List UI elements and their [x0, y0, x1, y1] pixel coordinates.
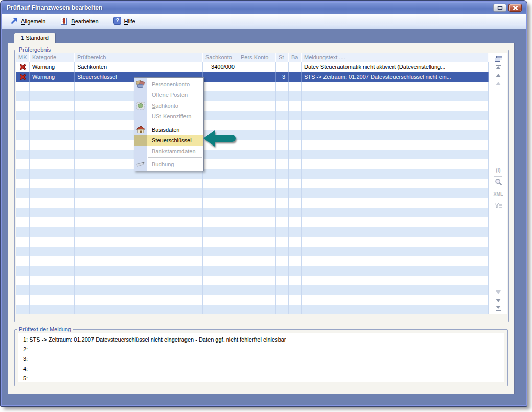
column-header-pruefbereich[interactable]: Prüfbereich: [75, 53, 203, 62]
menu-item-label: Bankstammdaten: [147, 148, 196, 154]
cell-sachkonto: [203, 101, 238, 111]
column-header-st[interactable]: St: [276, 53, 289, 62]
empty-row: [16, 179, 489, 188]
cell-st: [276, 237, 289, 247]
menu-item-label: Steuerschlüssel: [147, 137, 192, 143]
column-header-mk[interactable]: MK: [16, 53, 30, 62]
cell-pruefbereich: [75, 217, 203, 227]
cell-mk: [16, 159, 30, 169]
cell-sachkonto: [203, 217, 238, 227]
cell-kategorie: [30, 82, 75, 91]
cell-st: [276, 140, 289, 150]
cell-kategorie: [30, 247, 75, 256]
scroll-up-line-button: [492, 80, 504, 88]
cell-pruefbereich: [75, 198, 203, 208]
search-icon: [495, 178, 502, 186]
cell-ba: [289, 120, 302, 130]
column-chooser-button[interactable]: [492, 54, 504, 63]
count-icon: (I): [496, 167, 500, 173]
scroll-to-top-button[interactable]: [492, 63, 504, 71]
cell-st: [276, 159, 289, 169]
result-row[interactable]: WarnungSteuerschlüssel3STS -> Zeitraum: …: [16, 72, 489, 82]
scroll-up-line-icon: [495, 81, 502, 86]
toolbar-button-allgemein[interactable]: Allgemein: [7, 16, 50, 27]
cell-kategorie: [30, 237, 75, 247]
cell-kategorie: [30, 295, 75, 305]
cell-kategorie: [30, 111, 75, 120]
cell-kategorie: [30, 256, 75, 266]
cell-st: [276, 247, 289, 256]
result-row[interactable]: WarnungSachkonten3400/000Datev Steueraut…: [16, 62, 489, 72]
menu-item-icon-slot: [134, 89, 147, 100]
column-header-kategorie[interactable]: Kategorie: [30, 53, 75, 62]
empty-row: [16, 285, 489, 295]
empty-row: [16, 227, 489, 237]
cell-st: [276, 111, 289, 120]
tab-page: Prüfergebnis MKKategoriePrüfbereichSachk…: [8, 43, 515, 394]
cell-kategorie: [30, 150, 75, 159]
xml-button: XML: [492, 190, 504, 198]
empty-row: [16, 208, 489, 217]
column-header-ba[interactable]: Ba: [289, 53, 302, 62]
cell-perskonto: [238, 217, 276, 227]
cell-pruefbereich: [75, 247, 203, 256]
cell-mk: [16, 217, 30, 227]
cell-mk: [16, 266, 30, 276]
pruefergebnis-group: Prüfergebnis MKKategoriePrüfbereichSachk…: [14, 46, 509, 322]
cell-meldungstext: [302, 208, 489, 217]
cell-st: [276, 120, 289, 130]
cell-perskonto: [238, 188, 276, 198]
menu-item-basisdaten[interactable]: Basisdaten: [134, 124, 203, 135]
close-button[interactable]: [508, 4, 522, 12]
scroll-up-icon: [495, 73, 502, 78]
cell-sachkonto: [203, 159, 238, 169]
scroll-to-bottom-button[interactable]: [492, 304, 504, 312]
column-chooser-icon: [494, 55, 503, 62]
cell-meldungstext: [302, 130, 489, 140]
empty-row: [16, 150, 489, 159]
personenkonto-icon: [134, 79, 147, 89]
cell-ba: [289, 130, 302, 140]
cell-sachkonto: [203, 198, 238, 208]
filter-button: [492, 202, 504, 210]
column-header-sachkonto[interactable]: Sachkonto: [203, 53, 238, 62]
column-header-meldungstext[interactable]: Meldungstext ....: [302, 53, 489, 62]
menu-item-steuerschluessel[interactable]: Steuerschlüssel: [134, 135, 203, 146]
cell-ba: [289, 295, 302, 305]
cell-pruefbereich: Sachkonten: [75, 62, 203, 72]
cell-mk: [16, 208, 30, 217]
cell-mk: [16, 188, 30, 198]
cell-meldungstext: [302, 227, 489, 237]
empty-row: [16, 130, 489, 140]
error-mark-icon: [16, 62, 30, 72]
cell-kategorie: [30, 130, 75, 140]
toolbar-button-hilfe[interactable]: ?Hilfe: [109, 15, 140, 27]
window-body: 1 Standard Prüfergebnis MKKategoriePrüfb…: [2, 29, 526, 405]
empty-row: [16, 266, 489, 276]
scroll-to-top-icon: [495, 64, 502, 70]
cell-ba: [289, 305, 302, 314]
cell-ba: [289, 227, 302, 237]
empty-row: [16, 169, 489, 179]
scroll-down-button[interactable]: [492, 296, 504, 304]
cell-ba: [289, 198, 302, 208]
cell-pruefbereich: [75, 227, 203, 237]
scroll-down-line-icon: [495, 289, 502, 295]
cell-mk: [16, 305, 30, 314]
toolbar: AllgemeinBearbeiten?Hilfe: [2, 14, 526, 29]
scroll-up-button[interactable]: [492, 71, 504, 80]
cell-meldungstext: [302, 295, 489, 305]
tab-1-standard[interactable]: 1 Standard: [14, 33, 56, 43]
cell-meldungstext: [302, 101, 489, 111]
cell-sachkonto: [203, 276, 238, 285]
column-header-perskonto[interactable]: Pers.Konto: [238, 53, 276, 62]
toolbar-button-bearbeiten[interactable]: Bearbeiten: [56, 15, 102, 28]
cell-kategorie: [30, 120, 75, 130]
cell-sachkonto: [203, 82, 238, 91]
cell-sachkonto: [203, 305, 238, 314]
buchung-icon: [134, 159, 147, 169]
cell-meldungstext: [302, 188, 489, 198]
restore-button[interactable]: [493, 4, 506, 12]
menu-item-bankstammdaten: Bankstammdaten: [134, 146, 203, 156]
cell-ba: [289, 111, 302, 120]
